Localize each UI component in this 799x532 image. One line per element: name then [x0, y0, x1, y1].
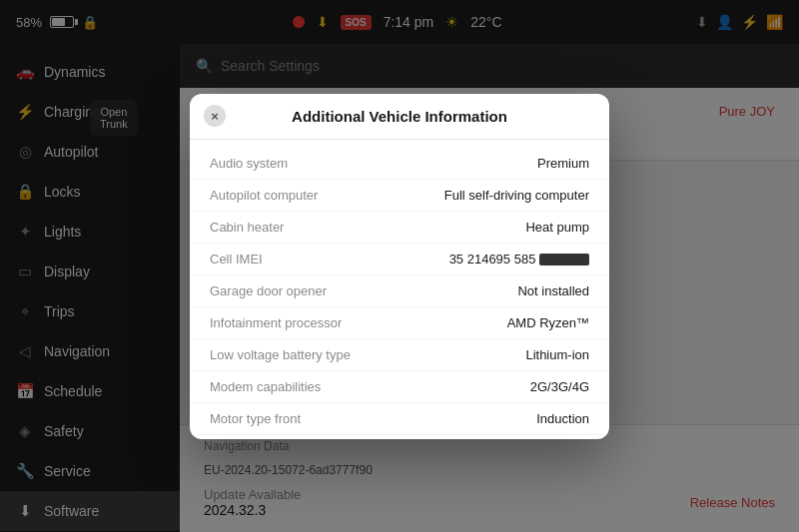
info-row-modem: Modem capabilities 2G/3G/4G: [190, 371, 609, 403]
modal-title: Additional Vehicle Information: [208, 108, 591, 125]
info-row-battery-type: Low voltage battery type Lithium-ion: [190, 339, 609, 371]
info-row-imei: Cell IMEI 35 214695 585: [190, 244, 609, 275]
info-value: Heat pump: [370, 220, 589, 235]
info-row-garage: Garage door opener Not installed: [190, 275, 609, 307]
info-value: AMD Ryzen™: [370, 315, 589, 330]
info-value: Lithium-ion: [370, 347, 589, 362]
info-row-cabin-heater: Cabin heater Heat pump: [190, 212, 609, 244]
info-label: Cabin heater: [210, 220, 370, 235]
info-row-autopilot-computer: Autopilot computer Full self-driving com…: [190, 180, 609, 212]
vehicle-info-modal: × Additional Vehicle Information Audio s…: [190, 94, 609, 439]
modal-overlay: × Additional Vehicle Information Audio s…: [0, 0, 799, 532]
info-label: Motor type front: [210, 411, 370, 426]
info-label: Infotainment processor: [210, 315, 370, 330]
info-label: Modem capabilities: [210, 379, 370, 394]
info-label: Garage door opener: [210, 283, 370, 298]
modal-header: × Additional Vehicle Information: [190, 94, 609, 140]
info-label: Cell IMEI: [210, 252, 370, 266]
modal-close-button[interactable]: ×: [204, 105, 226, 127]
info-row-motor-rear: Motor type rear Permanent magnet: [190, 435, 609, 439]
info-row-motor-front: Motor type front Induction: [190, 403, 609, 435]
redacted-bar: [539, 254, 589, 266]
info-value: 35 214695 585: [370, 252, 589, 266]
info-row-audio: Audio system Premium: [190, 148, 609, 180]
info-row-infotainment: Infotainment processor AMD Ryzen™: [190, 307, 609, 339]
info-value: Not installed: [370, 283, 589, 298]
info-value: Premium: [370, 156, 589, 171]
info-label: Autopilot computer: [210, 188, 370, 203]
modal-body: Audio system Premium Autopilot computer …: [190, 140, 609, 439]
info-label: Low voltage battery type: [210, 347, 370, 362]
info-value: Induction: [370, 411, 589, 426]
info-value: 2G/3G/4G: [370, 379, 589, 394]
info-value: Full self-driving computer: [370, 188, 589, 203]
info-label: Audio system: [210, 156, 370, 171]
